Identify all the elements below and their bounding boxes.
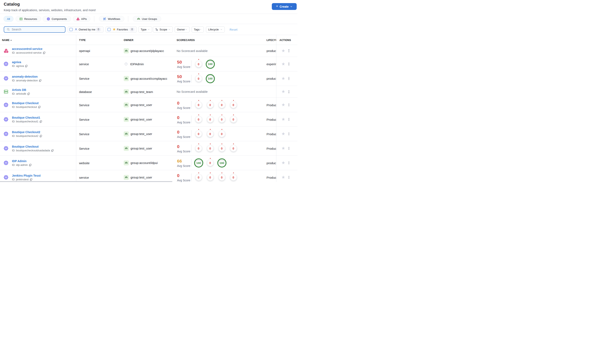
svg-text:?: ? <box>126 63 126 65</box>
